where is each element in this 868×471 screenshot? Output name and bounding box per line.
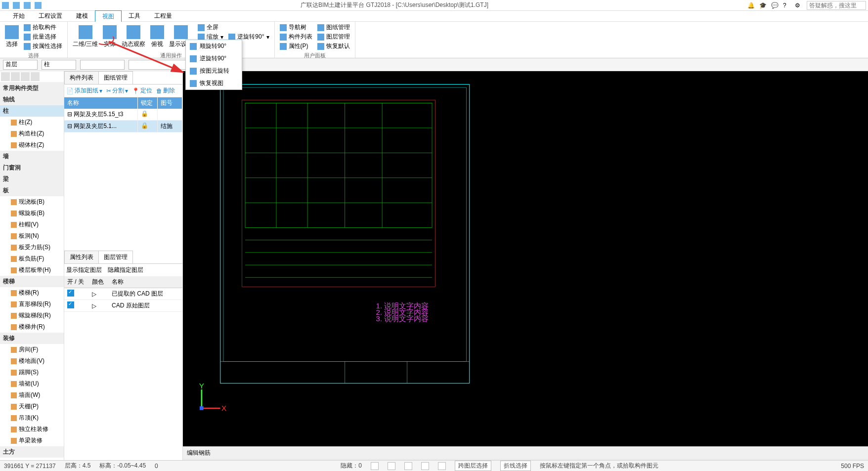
nav-category[interactable]: 常用构件类型 xyxy=(0,83,64,94)
rotate-cw-90[interactable]: 顺旋转90° xyxy=(186,40,242,52)
nav-category[interactable]: 梁 xyxy=(0,173,64,185)
component-select[interactable]: 柱 xyxy=(42,60,76,70)
menu-view[interactable]: 视图 xyxy=(95,10,122,22)
polyline-select-button[interactable]: 折线选择 xyxy=(500,461,531,471)
nav-item[interactable]: 楼地面(V) xyxy=(0,355,64,367)
qat-icon[interactable] xyxy=(13,2,20,9)
menu-start[interactable]: 开始 xyxy=(6,10,32,22)
menu-project[interactable]: 工程设置 xyxy=(32,10,69,22)
restore-button[interactable]: 恢复默认 xyxy=(315,42,352,51)
nav-item[interactable]: 墙面(W) xyxy=(0,389,64,401)
menu-model[interactable]: 建模 xyxy=(69,10,95,22)
layer-row[interactable]: ▷已提取的 CAD 图层 xyxy=(64,288,182,300)
nav-item[interactable]: 踢脚(S) xyxy=(0,367,64,378)
nav-item[interactable]: 吊顶(K) xyxy=(0,412,64,424)
status-icon[interactable] xyxy=(388,462,395,470)
hide-layer[interactable]: 隐藏指定图层 xyxy=(108,266,143,274)
hat-icon[interactable]: 🎓 xyxy=(759,2,766,9)
menu-tools[interactable]: 工具 xyxy=(122,10,147,22)
nav-item[interactable]: 楼梯(R) xyxy=(0,287,64,299)
nav-item[interactable]: 房间(F) xyxy=(0,344,64,355)
nav-tb-icon[interactable] xyxy=(21,72,30,81)
nav-item[interactable]: 板洞(N) xyxy=(0,230,64,242)
nav-item[interactable]: 板受力筋(S) xyxy=(0,242,64,253)
rotate-by-element[interactable]: 按图元旋转 xyxy=(186,65,242,77)
nav-item[interactable]: 直形梯段(R) xyxy=(0,299,64,310)
layermgr-button[interactable]: 图层管理 xyxy=(315,32,352,42)
2d3d-button[interactable]: 二维/三维 xyxy=(71,24,100,49)
layer-row[interactable]: ▷CAD 原始图层 xyxy=(64,300,182,312)
prop-select-button[interactable]: 按属性选择 xyxy=(22,42,64,51)
drawmgr-button[interactable]: 图纸管理 xyxy=(315,23,352,32)
nav-category[interactable]: 柱 xyxy=(0,105,64,117)
nav-item[interactable]: 独立柱装修 xyxy=(0,424,64,435)
top-view-button[interactable]: 俯视 xyxy=(148,24,166,49)
status-icon[interactable] xyxy=(404,462,412,470)
menu-qty[interactable]: 工程量 xyxy=(147,10,179,22)
tab-layermgr[interactable]: 图层管理 xyxy=(98,251,133,263)
status-icon[interactable] xyxy=(371,462,379,470)
nav-tb-icon[interactable] xyxy=(1,72,10,81)
solid-button[interactable]: 实体 xyxy=(101,24,119,49)
search-input[interactable] xyxy=(807,1,866,10)
nav-category[interactable]: 轴线 xyxy=(0,94,64,105)
nav-item[interactable]: 柱帽(V) xyxy=(0,219,64,230)
delete-drawing[interactable]: 🗑 删除 xyxy=(156,86,175,95)
pick-button[interactable]: 拾取构件 xyxy=(22,23,64,32)
drawing-canvas[interactable]: 1. 说明文字内容 2. 说明文字内容 3. 说明文字内容 X Y xyxy=(183,71,868,446)
tab-complist[interactable]: 构件列表 xyxy=(64,71,99,84)
nav-tb-icon[interactable] xyxy=(11,72,20,81)
restore-view[interactable]: 恢复视图 xyxy=(186,77,242,89)
nav-item[interactable]: 楼层板带(H) xyxy=(0,264,64,276)
qat-icon[interactable] xyxy=(24,2,31,9)
nav-category[interactable]: 门窗洞 xyxy=(0,162,64,173)
navtree-button[interactable]: 导航树 xyxy=(278,23,314,32)
instance-select[interactable] xyxy=(129,60,188,70)
drawing-row[interactable]: ⊟ 网架及夹层5.15_t3🔒 xyxy=(64,109,182,121)
nav-item[interactable]: 单梁装修 xyxy=(0,435,64,446)
show-layer[interactable]: 显示指定图层 xyxy=(66,266,102,274)
dynamic-button[interactable]: 动态观察 xyxy=(120,24,147,49)
locate-drawing[interactable]: 📍 定位 xyxy=(132,86,152,95)
nav-item[interactable]: 墙裙(U) xyxy=(0,378,64,389)
nav-category[interactable]: 装修 xyxy=(0,333,64,344)
nav-category[interactable]: 板 xyxy=(0,185,64,196)
nav-item[interactable]: 柱(Z) xyxy=(0,117,64,128)
qat-icon[interactable] xyxy=(35,2,42,9)
cross-layer-button[interactable]: 跨图层选择 xyxy=(455,461,491,471)
tab-proplist[interactable]: 属性列表 xyxy=(64,251,99,263)
floor-select[interactable]: 首层 xyxy=(3,60,38,70)
nav-item[interactable]: 板负筋(F) xyxy=(0,253,64,264)
drawing-row[interactable]: ⊟ 网架及夹层5.1...🔒结施 xyxy=(64,121,182,132)
property-button[interactable]: 属性(P) xyxy=(278,42,314,51)
qat-icon[interactable] xyxy=(2,2,9,9)
select-button[interactable]: 选择 xyxy=(3,24,21,49)
bell-icon[interactable]: 🔔 xyxy=(747,2,754,9)
nav-category[interactable]: 楼梯 xyxy=(0,276,64,287)
chat-icon[interactable]: 💬 xyxy=(771,2,778,9)
nav-item[interactable]: 现浇板(B) xyxy=(0,196,64,208)
nav-item[interactable]: 螺旋梯段(R) xyxy=(0,310,64,321)
gear-icon[interactable]: ⚙ xyxy=(795,2,802,9)
nav-item[interactable]: 构造柱(Z) xyxy=(0,128,64,139)
nav-category[interactable]: 土方 xyxy=(0,446,64,458)
nav-item[interactable]: 楼梯井(R) xyxy=(0,321,64,333)
nav-item[interactable]: 螺旋板(B) xyxy=(0,208,64,219)
rotate-ccw-90[interactable]: 逆旋转90° xyxy=(186,52,242,65)
complist-button[interactable]: 构件列表 xyxy=(278,32,314,42)
split-drawing[interactable]: ✂ 分割 ▾ xyxy=(106,86,128,95)
help-icon[interactable]: ? xyxy=(783,2,790,9)
nav-category[interactable]: 墙 xyxy=(0,151,64,162)
status-icon[interactable] xyxy=(421,462,429,470)
nav-tb-icon[interactable] xyxy=(31,72,40,81)
nav-item[interactable]: 天棚(P) xyxy=(0,401,64,412)
subtype-select[interactable] xyxy=(80,60,125,70)
batch-select-button[interactable]: 批量选择 xyxy=(22,32,64,42)
tab-drawmgr[interactable]: 图纸管理 xyxy=(98,71,133,84)
status-icon[interactable] xyxy=(438,462,446,470)
layer-checkbox[interactable] xyxy=(67,301,74,308)
nav-item[interactable]: 砌体柱(Z) xyxy=(0,139,64,151)
add-drawing[interactable]: 📄 添加图纸 ▾ xyxy=(66,86,102,95)
fullscreen-button[interactable]: 全屏 xyxy=(196,23,225,32)
layer-checkbox[interactable] xyxy=(67,290,74,297)
